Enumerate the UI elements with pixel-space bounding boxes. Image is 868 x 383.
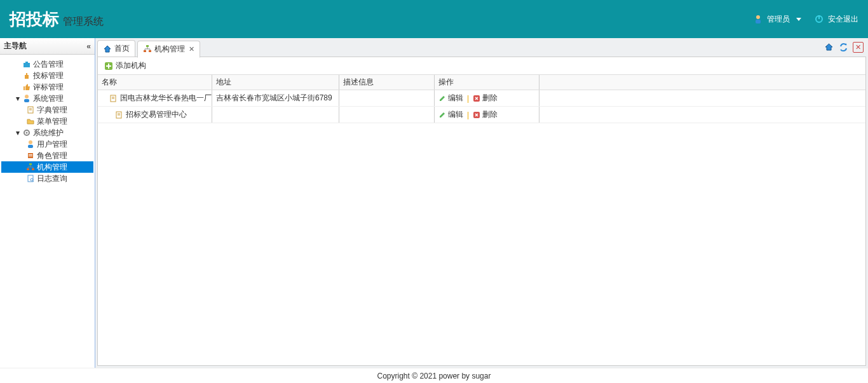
add-icon	[104, 62, 113, 71]
cell-op: 编辑|删除	[435, 107, 539, 123]
sidebar-item-dict[interactable]: 字典管理	[1, 104, 93, 116]
main-panel: 添加机构 名称 地址 描述信息 操作 国电吉林龙华长春热电一厂吉林省长春市宽城区…	[97, 57, 866, 366]
sidebar-item-sysmgmt[interactable]: ▾系统管理	[1, 93, 93, 104]
sidebar-item-roles[interactable]: 角色管理	[1, 150, 93, 161]
svg-point-7	[25, 95, 29, 98]
tab-home[interactable]: 首页	[97, 40, 135, 57]
sidebar-item-logs[interactable]: 日志查询	[1, 173, 93, 184]
sidebar-item-eval[interactable]: 评标管理	[1, 81, 93, 93]
header-right: 管理员 安全退出	[753, 14, 858, 25]
col-header-desc[interactable]: 描述信息	[339, 75, 435, 90]
grid-header: 名称 地址 描述信息 操作	[98, 75, 865, 90]
nav-tree: 公告管理投标管理评标管理▾系统管理字典管理菜单管理▾系统维护用户管理角色管理机构…	[0, 55, 95, 368]
svg-rect-4	[24, 63, 30, 67]
add-button[interactable]: 添加机构	[102, 59, 149, 72]
tab-close-icon[interactable]: ✕	[189, 45, 194, 53]
tool-refresh-button[interactable]	[838, 42, 849, 53]
sidebar-item-users[interactable]: 用户管理	[1, 138, 93, 150]
svg-rect-26	[144, 50, 146, 52]
tool-home-button[interactable]	[824, 42, 834, 53]
tab-org[interactable]: 机构管理 ✕	[137, 41, 200, 58]
svg-point-0	[756, 15, 760, 19]
footer-text: Copyright © 2021 power by sugar	[377, 372, 491, 380]
sidebar-item-announcement[interactable]: 公告管理	[1, 58, 93, 70]
main-area: 主导航 « 公告管理投标管理评标管理▾系统管理字典管理菜单管理▾系统维护用户管理…	[0, 38, 868, 368]
data-grid: 名称 地址 描述信息 操作 国电吉林龙华长春热电一厂吉林省长春市宽城区小城子街6…	[98, 75, 865, 123]
doc-icon	[114, 111, 123, 119]
cell-name: 国电吉林龙华长春热电一厂	[98, 90, 212, 106]
edit-button[interactable]: 编辑	[438, 93, 463, 104]
svg-rect-27	[149, 50, 151, 52]
user-label: 管理员	[767, 14, 790, 25]
sidebar-item-label: 系统维护	[33, 127, 64, 138]
tab-strip: 首页 机构管理 ✕ ✕	[97, 40, 866, 57]
role-icon	[25, 151, 36, 161]
content-area: 首页 机构管理 ✕ ✕	[95, 38, 868, 368]
col-header-address[interactable]: 地址	[212, 75, 339, 90]
delete-button[interactable]: 删除	[473, 109, 498, 120]
logout-button[interactable]: 安全退出	[814, 14, 858, 25]
sidebar-item-label: 用户管理	[37, 138, 67, 150]
gear-icon	[22, 128, 32, 138]
svg-rect-5	[25, 62, 28, 63]
hand-icon	[22, 71, 32, 81]
home-icon	[103, 44, 112, 53]
sidebar-item-menu[interactable]: 菜单管理	[1, 116, 93, 127]
sidebar-item-label: 评标管理	[33, 81, 64, 93]
sidebar-item-label: 公告管理	[33, 58, 64, 70]
log-icon	[25, 173, 36, 184]
logo-main-text: 招投标	[10, 8, 59, 30]
svg-point-13	[26, 132, 28, 134]
cell-address	[212, 107, 339, 123]
tab-org-label: 机构管理	[154, 44, 185, 55]
toolbar: 添加机构	[98, 57, 865, 75]
edit-button[interactable]: 编辑	[438, 109, 463, 120]
svg-rect-18	[29, 156, 32, 156]
tree-expand-icon[interactable]: ▾	[14, 127, 22, 138]
user-menu[interactable]: 管理员	[753, 14, 801, 25]
sidebar-item-org[interactable]: 机构管理	[1, 161, 93, 173]
app-logo: 招投标 管理系统	[10, 8, 104, 30]
cell-desc	[339, 90, 435, 106]
delete-button[interactable]: 删除	[473, 93, 498, 104]
doc-icon	[25, 105, 36, 115]
briefcase-icon	[22, 59, 32, 69]
add-label: 添加机构	[116, 60, 146, 71]
table-row[interactable]: 招标交易管理中心编辑|删除	[98, 107, 865, 123]
svg-rect-21	[32, 168, 34, 170]
sidebar-item-label: 菜单管理	[37, 116, 67, 127]
chevron-down-icon	[796, 18, 801, 21]
sidebar-item-label: 机构管理	[37, 161, 67, 173]
sidebar-item-bid[interactable]: 投标管理	[1, 70, 93, 81]
org-icon	[143, 44, 152, 53]
svg-rect-20	[27, 168, 29, 170]
org-icon	[25, 162, 36, 172]
sidebar-item-label: 角色管理	[37, 150, 67, 161]
folder-icon	[25, 116, 36, 126]
tab-home-label: 首页	[114, 43, 130, 54]
logout-label: 安全退出	[828, 14, 858, 25]
user-icon	[22, 93, 32, 104]
sidebar-item-sysmaint[interactable]: ▾系统维护	[1, 127, 93, 138]
app-header: 招投标 管理系统 管理员 安全退出	[0, 0, 868, 38]
logo-sub-text: 管理系统	[63, 15, 104, 29]
sidebar-title: 主导航	[4, 41, 27, 51]
sidebar: 主导航 « 公告管理投标管理评标管理▾系统管理字典管理菜单管理▾系统维护用户管理…	[0, 38, 95, 368]
sidebar-item-label: 字典管理	[37, 104, 67, 116]
svg-rect-19	[29, 163, 32, 165]
table-row[interactable]: 国电吉林龙华长春热电一厂吉林省长春市宽城区小城子街6789编辑|删除	[98, 90, 865, 107]
sidebar-collapse-button[interactable]: «	[86, 42, 91, 51]
power-icon	[814, 14, 824, 24]
sidebar-item-label: 日志查询	[37, 173, 67, 184]
user-icon	[25, 139, 36, 149]
tool-close-button[interactable]: ✕	[853, 42, 864, 53]
doc-icon	[109, 94, 118, 103]
thumb-icon	[22, 82, 32, 92]
user-icon	[753, 14, 763, 24]
svg-rect-6	[24, 86, 25, 90]
tree-expand-icon[interactable]: ▾	[14, 93, 22, 104]
sidebar-item-label: 系统管理	[33, 93, 64, 104]
col-header-name[interactable]: 名称	[98, 75, 212, 90]
cell-desc	[339, 107, 435, 123]
sidebar-item-label: 投标管理	[33, 70, 64, 81]
